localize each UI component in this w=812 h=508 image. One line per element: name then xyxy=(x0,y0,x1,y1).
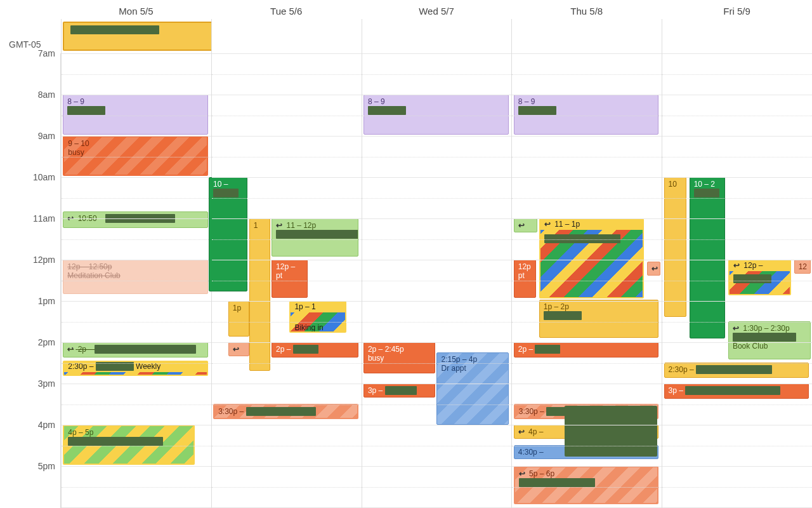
redacted-text xyxy=(733,274,771,283)
event-fri-230[interactable]: 2:30p – xyxy=(664,363,809,378)
hour-label: 7am xyxy=(38,48,55,58)
hours-column: 7am8am9am10am11am12pm1pm2pm3pm4pm5pm xyxy=(0,53,61,508)
event-fri-12-chip[interactable]: 12 xyxy=(794,260,811,274)
event-time: 12p xyxy=(518,262,531,271)
day-header-mon[interactable]: Mon 5/5 xyxy=(61,6,211,19)
event-thu-11[interactable]: 11 – 1p xyxy=(539,218,644,298)
event-wed-8[interactable]: 8 – 9 xyxy=(363,95,509,135)
event-title: pt xyxy=(276,271,303,280)
event-time: 2p – 2:45p xyxy=(368,345,404,354)
redacted-text xyxy=(519,478,595,487)
event-time: 10 – 2 xyxy=(694,180,715,189)
event-time: 12p – xyxy=(276,262,295,271)
day-header-fri[interactable]: Fri 5/9 xyxy=(662,6,812,19)
day-header-thu[interactable]: Thu 5/8 xyxy=(511,6,662,19)
redacted-text xyxy=(368,106,406,115)
event-tue-10[interactable]: 10 – xyxy=(209,177,247,291)
event-thu-redacted-block[interactable] xyxy=(565,406,657,457)
allday-row xyxy=(61,19,812,53)
event-time: 1p – 1 xyxy=(294,302,315,311)
day-col-thu[interactable]: 8 – 9 11 – 1p 12p pt 1p – 2p xyxy=(511,53,662,508)
calendar-week-view: Mon 5/5 Tue 5/6 Wed 5/7 Thu 5/8 Fri 5/9 … xyxy=(0,0,812,508)
event-thu-12-pt[interactable]: 12p pt xyxy=(514,260,536,298)
event-title: Biking in xyxy=(294,323,341,332)
event-time: 8 – 9 xyxy=(368,97,385,106)
event-thu-12-reply[interactable] xyxy=(647,262,660,276)
hour-label: 11am xyxy=(33,213,55,224)
redacted-text xyxy=(213,189,239,197)
redacted-text xyxy=(67,106,105,115)
allday-cell-wed[interactable] xyxy=(362,19,512,53)
allday-cell-mon[interactable] xyxy=(61,19,211,53)
event-tue-2p[interactable]: 2p – xyxy=(272,342,358,358)
event-thu-11-strip[interactable] xyxy=(514,218,538,232)
hour-label: 5pm xyxy=(38,461,55,471)
event-time: 2:30p – xyxy=(669,365,694,374)
event-top-bar: 1p – 1 xyxy=(289,301,346,312)
event-fri-3p[interactable]: 3p – xyxy=(664,384,809,399)
event-time: 1 xyxy=(254,221,258,230)
event-thu-5p[interactable]: 5p – 6p xyxy=(514,466,659,504)
event-tue-330[interactable]: 3:30p – xyxy=(213,404,358,419)
event-time: 4:30p – xyxy=(518,448,544,457)
day-header-wed[interactable]: Wed 5/7 xyxy=(362,6,512,19)
event-thu-2p[interactable]: 2p – xyxy=(514,342,659,358)
hour-label: 1pm xyxy=(38,296,55,306)
event-tue-2p-reply[interactable] xyxy=(228,342,249,356)
event-time: 1p xyxy=(233,304,241,312)
event-wed-3p[interactable]: 3p – xyxy=(363,384,435,398)
event-tue-11-strip[interactable]: 1 xyxy=(249,218,270,371)
redacted-text xyxy=(68,437,163,446)
redacted-text xyxy=(95,345,196,354)
allday-cell-tue[interactable] xyxy=(211,19,362,53)
redacted-text xyxy=(70,25,159,34)
event-time: 1p – 2p xyxy=(544,302,569,311)
event-time: 2p – xyxy=(518,345,533,354)
event-fri-bookclub[interactable]: 1:30p – 2:30p Book Club xyxy=(728,321,811,359)
event-mon-9[interactable]: 9 – 10 busy xyxy=(63,136,208,176)
event-time: 12 xyxy=(799,262,807,271)
event-time: 4p – 5p xyxy=(68,428,93,437)
event-mon-12-meditation[interactable]: 12p – 12:50p Meditation Club xyxy=(63,260,208,294)
redacted-text xyxy=(696,365,772,374)
event-title: busy xyxy=(368,354,431,363)
event-time: 3p – xyxy=(669,386,683,395)
day-col-mon[interactable]: 8 – 9 9 – 10 busy 10:50 – 12p – 12:50p M… xyxy=(61,53,211,508)
event-fri-12p[interactable]: 12p – xyxy=(728,260,791,295)
timezone-label: GMT-05 xyxy=(9,39,41,50)
event-mon-2p[interactable]: 2p – xyxy=(63,342,208,358)
event-fri-10-2[interactable]: 10 – 2 xyxy=(690,177,726,338)
event-thu-8[interactable]: 8 – 9 xyxy=(514,95,659,135)
event-tue-12-pt[interactable]: 12p – pt xyxy=(272,260,308,298)
redacted-text xyxy=(544,311,582,320)
day-col-tue[interactable]: 10 – 1 11 – 12p 12p – pt 1p xyxy=(211,53,362,508)
event-title: Dr appt xyxy=(441,364,504,373)
event-wed-2p-busy[interactable]: 2p – 2:45p busy xyxy=(363,342,435,373)
redacted-text xyxy=(535,345,560,354)
day-col-wed[interactable]: 8 – 9 2p – 2:45p busy 2:15p – 4p Dr appt… xyxy=(362,53,512,508)
event-title: pt xyxy=(518,271,532,280)
event-title: Meditation Club xyxy=(67,271,204,280)
event-mon-4p[interactable]: 4p – 5p xyxy=(63,425,195,465)
event-time: 3:30p – xyxy=(218,407,244,416)
event-mon-8[interactable]: 8 – 9 xyxy=(63,95,208,135)
hour-label: 8am xyxy=(38,90,55,100)
event-thu-1p[interactable]: 1p – 2p xyxy=(539,300,659,338)
event-time: 2p – xyxy=(276,345,291,354)
allday-cell-thu[interactable] xyxy=(511,19,662,53)
event-time: 3p – xyxy=(368,386,383,395)
event-time: 9 – 10 xyxy=(68,139,89,148)
redacted-text xyxy=(733,333,796,342)
day-header-tue[interactable]: Tue 5/6 xyxy=(211,6,362,19)
event-tue-11[interactable]: 11 – 12p xyxy=(272,218,358,257)
hour-label: 2pm xyxy=(38,337,55,347)
event-mon-1050[interactable]: 10:50 – xyxy=(63,211,208,228)
redacted-text xyxy=(246,407,316,416)
event-time: 1:30p – 2:30p xyxy=(743,324,789,333)
day-col-fri[interactable]: 10 10 – 2 12p – 12 1:30p – 2:30p xyxy=(662,53,812,508)
redacted-text xyxy=(293,345,318,354)
event-tue-biking[interactable]: 1p – 1 Biking in xyxy=(289,301,346,333)
allday-cell-fri[interactable] xyxy=(662,19,812,53)
event-tue-1p-strip[interactable]: 1p xyxy=(228,301,249,337)
redacted-text xyxy=(694,189,719,197)
